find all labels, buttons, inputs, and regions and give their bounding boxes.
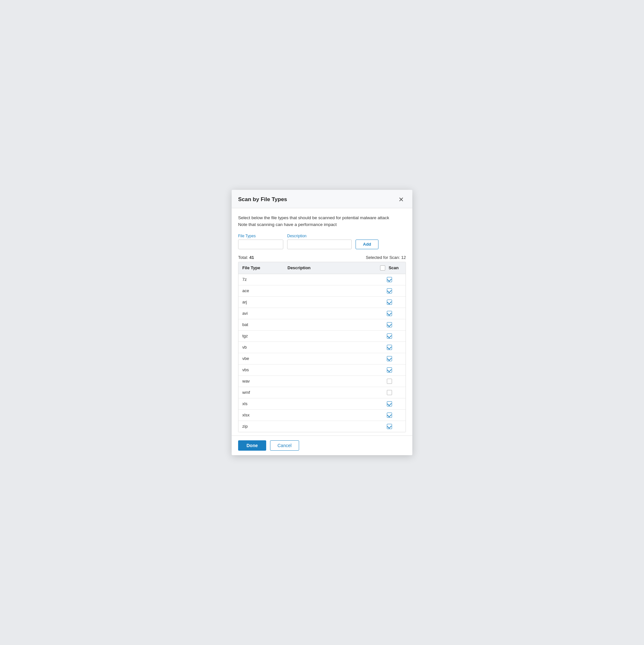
cell-scan [373, 342, 405, 353]
table-row: xlsx [239, 409, 405, 421]
cell-description [284, 364, 373, 376]
total-count: Total: 41 [238, 255, 254, 260]
cell-filetype: xlsx [239, 409, 284, 421]
table-row: wav [239, 376, 405, 387]
add-file-type-form: File Types Description Add [238, 234, 406, 249]
close-button[interactable]: ✕ [396, 196, 406, 203]
cell-description [284, 330, 373, 342]
cell-scan [373, 353, 405, 364]
cell-description [284, 409, 373, 421]
scan-checkbox-arj[interactable] [387, 299, 392, 305]
cell-description [284, 296, 373, 308]
table-row: ace [239, 285, 405, 296]
col-header-description: Description [284, 262, 373, 274]
cell-description [284, 421, 373, 432]
scan-checkbox-tgz[interactable] [387, 334, 392, 339]
cell-filetype: vbe [239, 353, 284, 364]
cell-filetype: bat [239, 319, 284, 330]
cell-scan [373, 274, 405, 285]
cell-filetype: arj [239, 296, 284, 308]
table-header-row: File Type Description Scan [239, 262, 405, 274]
table-row: bat [239, 319, 405, 330]
file-type-input[interactable] [238, 239, 283, 249]
cell-scan [373, 330, 405, 342]
cell-description [284, 342, 373, 353]
col-header-scan: Scan [373, 262, 405, 274]
file-types-table-container: File Type Description Scan 7zacearjaviba… [238, 262, 406, 432]
cell-scan [373, 376, 405, 387]
select-all-checkbox[interactable] [380, 265, 385, 270]
description-label: Description [287, 234, 352, 238]
cell-scan [373, 319, 405, 330]
file-types-table: File Type Description Scan 7zacearjaviba… [239, 262, 405, 432]
cancel-button[interactable]: Cancel [270, 440, 299, 451]
cell-filetype: 7z [239, 274, 284, 285]
table-body: 7zacearjavibattgzvbvbevbswavwmfxlsxlsxzi… [239, 274, 405, 432]
scan-checkbox-wav[interactable] [387, 379, 392, 384]
cell-scan [373, 398, 405, 409]
table-row: vbe [239, 353, 405, 364]
scan-checkbox-ace[interactable] [387, 288, 392, 293]
table-row: zip [239, 421, 405, 432]
dialog-title: Scan by File Types [238, 196, 287, 203]
table-row: xls [239, 398, 405, 409]
cell-scan [373, 409, 405, 421]
cell-filetype: wmf [239, 387, 284, 398]
cell-scan [373, 308, 405, 319]
cell-filetype: zip [239, 421, 284, 432]
table-row: vb [239, 342, 405, 353]
description-group: Description [287, 234, 352, 249]
scan-checkbox-wmf[interactable] [387, 390, 392, 395]
cell-scan [373, 285, 405, 296]
cell-scan [373, 296, 405, 308]
cell-description [284, 274, 373, 285]
scan-by-file-types-dialog: Scan by File Types ✕ Select below the fi… [232, 190, 412, 455]
scan-checkbox-avi[interactable] [387, 311, 392, 316]
scan-checkbox-vbe[interactable] [387, 356, 392, 361]
dialog-body: Select below the file types that should … [232, 208, 412, 432]
cell-description [284, 398, 373, 409]
scan-checkbox-vb[interactable] [387, 345, 392, 350]
scan-checkbox-vbs[interactable] [387, 367, 392, 373]
cell-filetype: vbs [239, 364, 284, 376]
cell-description [284, 353, 373, 364]
cell-filetype: ace [239, 285, 284, 296]
cell-filetype: tgz [239, 330, 284, 342]
scan-checkbox-7z[interactable] [387, 277, 392, 282]
cell-description [284, 387, 373, 398]
table-row: arj [239, 296, 405, 308]
table-row: vbs [239, 364, 405, 376]
cell-filetype: vb [239, 342, 284, 353]
cell-scan [373, 387, 405, 398]
cell-description [284, 319, 373, 330]
cell-description [284, 308, 373, 319]
cell-scan [373, 364, 405, 376]
cell-filetype: wav [239, 376, 284, 387]
description-text: Select below the file types that should … [238, 215, 406, 228]
dialog-footer: Done Cancel [232, 435, 412, 455]
cell-filetype: avi [239, 308, 284, 319]
table-row: tgz [239, 330, 405, 342]
cell-description [284, 285, 373, 296]
cell-filetype: xls [239, 398, 284, 409]
file-type-label: File Types [238, 234, 283, 238]
scan-checkbox-zip[interactable] [387, 424, 392, 429]
add-button[interactable]: Add [356, 239, 378, 249]
scan-checkbox-bat[interactable] [387, 322, 392, 328]
scan-checkbox-xls[interactable] [387, 401, 392, 406]
summary-row: Total: 41 Selected for Scan: 12 [238, 255, 406, 260]
dialog-header: Scan by File Types ✕ [232, 190, 412, 208]
scan-checkbox-xlsx[interactable] [387, 413, 392, 418]
selected-count: Selected for Scan: 12 [366, 255, 406, 260]
table-row: wmf [239, 387, 405, 398]
file-type-group: File Types [238, 234, 283, 249]
done-button[interactable]: Done [238, 440, 266, 451]
cell-description [284, 376, 373, 387]
cell-scan [373, 421, 405, 432]
table-row: avi [239, 308, 405, 319]
col-header-filetype: File Type [239, 262, 284, 274]
table-row: 7z [239, 274, 405, 285]
description-input[interactable] [287, 239, 352, 249]
